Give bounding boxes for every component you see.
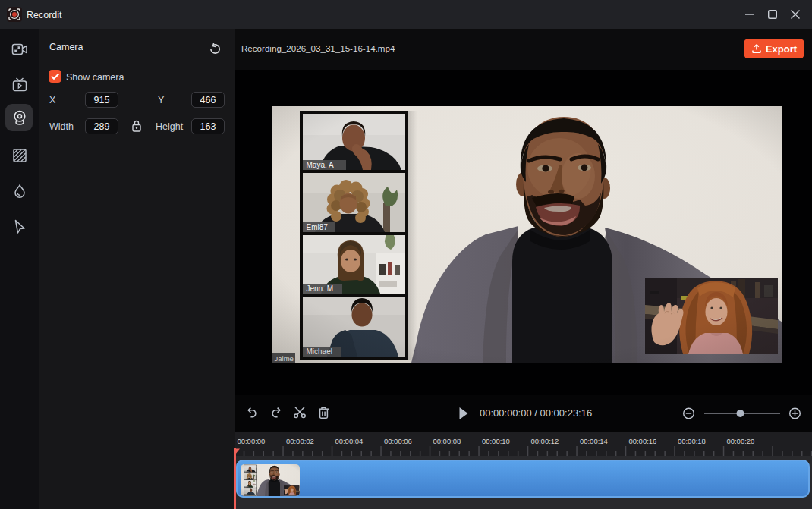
svg-text:00:00:10: 00:00:10 bbox=[482, 437, 510, 445]
svg-text:00:00:00: 00:00:00 bbox=[237, 437, 265, 445]
svg-text:00:00:18: 00:00:18 bbox=[678, 437, 706, 445]
svg-text:00:00:02: 00:00:02 bbox=[286, 437, 314, 445]
svg-text:00:00:12: 00:00:12 bbox=[530, 437, 559, 445]
svg-text:00:00:20: 00:00:20 bbox=[726, 437, 754, 445]
svg-text:00:00:08: 00:00:08 bbox=[433, 437, 461, 445]
svg-text:00:00:16: 00:00:16 bbox=[628, 437, 656, 445]
svg-text:00:00:06: 00:00:06 bbox=[384, 437, 412, 445]
svg-text:00:00:14: 00:00:14 bbox=[580, 437, 608, 445]
svg-text:00:00:04: 00:00:04 bbox=[335, 437, 363, 445]
